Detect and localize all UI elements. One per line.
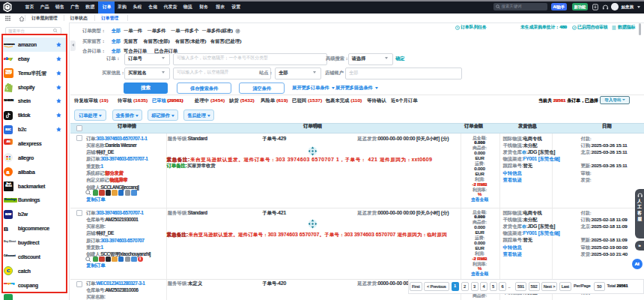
svg-text:i: i (523, 150, 524, 154)
svg-text:i: i (523, 224, 524, 228)
